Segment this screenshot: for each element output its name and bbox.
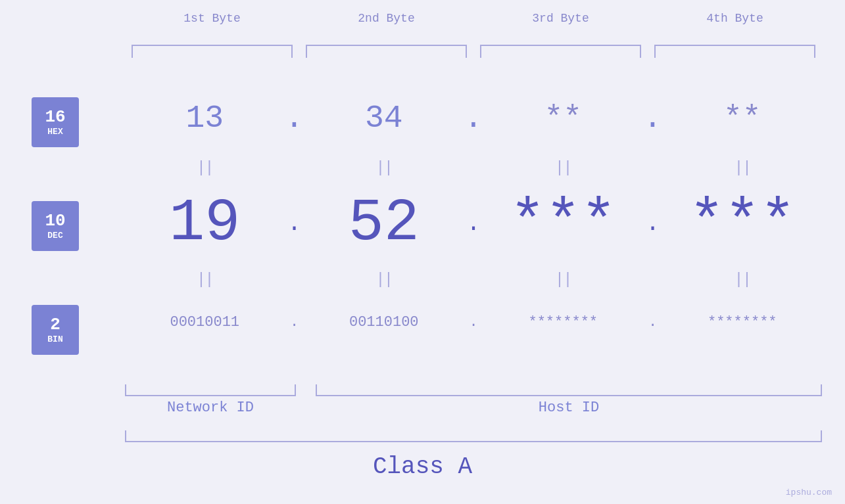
- dec-row: 19 . 52 . *** . ***: [125, 184, 822, 263]
- bracket-2: [306, 45, 467, 58]
- bin-row: 00010011 . 00110100 . ******** . *******…: [125, 296, 822, 348]
- bracket-4: [654, 45, 815, 58]
- dec-byte-1: 19: [125, 190, 285, 257]
- host-id-label: Host ID: [316, 400, 822, 416]
- hex-row: 13 . 34 . ** . **: [125, 85, 822, 151]
- main-container: 1st Byte 2nd Byte 3rd Byte 4th Byte 16 H…: [0, 0, 845, 504]
- watermark: ipshu.com: [786, 488, 832, 497]
- bin-byte-2: 00110100: [304, 314, 464, 331]
- dec-byte-4: ***: [663, 190, 823, 257]
- class-bracket: [125, 430, 822, 442]
- bin-byte-1: 00010011: [125, 314, 285, 331]
- equals-row-1: || || || ||: [125, 151, 822, 184]
- dot-dec-2: .: [464, 210, 483, 237]
- bin-byte-4: ********: [663, 314, 823, 331]
- column-headers: 1st Byte 2nd Byte 3rd Byte 4th Byte: [125, 12, 822, 25]
- col-header-4: 4th Byte: [648, 12, 822, 25]
- base-labels: 16 HEX 10 DEC 2 BIN: [32, 97, 79, 409]
- hex-byte-4: **: [663, 101, 823, 136]
- grid-area: 13 . 34 . ** . ** || || || || 19 . 52 . …: [125, 85, 822, 348]
- header-brackets: [125, 45, 822, 58]
- dec-byte-2: 52: [304, 190, 464, 257]
- bracket-1: [132, 45, 293, 58]
- dot-bin-3: .: [643, 314, 663, 331]
- equals-row-2: || || || ||: [125, 263, 822, 296]
- col-header-3: 3rd Byte: [473, 12, 648, 25]
- eq-8: ||: [663, 271, 823, 288]
- class-label: Class A: [0, 453, 845, 480]
- eq-4: ||: [663, 159, 823, 177]
- network-id-label: Network ID: [125, 400, 296, 416]
- hex-byte-1: 13: [125, 101, 285, 136]
- dec-badge: 10 DEC: [32, 201, 79, 251]
- dot-hex-1: .: [285, 101, 304, 136]
- bin-byte-3: ********: [483, 314, 643, 331]
- eq-7: ||: [483, 271, 643, 288]
- eq-1: ||: [125, 159, 285, 177]
- dot-hex-2: .: [464, 101, 483, 136]
- dec-byte-3: ***: [483, 190, 643, 257]
- col-header-1: 1st Byte: [125, 12, 299, 25]
- dot-hex-3: .: [643, 101, 663, 136]
- dot-bin-2: .: [464, 314, 483, 331]
- bin-badge: 2 BIN: [32, 305, 79, 355]
- dot-dec-3: .: [643, 210, 663, 237]
- hex-byte-3: **: [483, 101, 643, 136]
- col-header-2: 2nd Byte: [299, 12, 473, 25]
- sub-brackets: [125, 384, 822, 396]
- bracket-3: [480, 45, 641, 58]
- hex-badge: 16 HEX: [32, 97, 79, 147]
- eq-2: ||: [304, 159, 464, 177]
- eq-6: ||: [304, 271, 464, 288]
- dot-dec-1: .: [285, 210, 304, 237]
- network-bracket: [125, 384, 296, 396]
- eq-5: ||: [125, 271, 285, 288]
- host-bracket: [316, 384, 822, 396]
- hex-byte-2: 34: [304, 101, 464, 136]
- id-labels: Network ID Host ID: [125, 400, 822, 416]
- eq-3: ||: [483, 159, 643, 177]
- dot-bin-1: .: [285, 314, 304, 331]
